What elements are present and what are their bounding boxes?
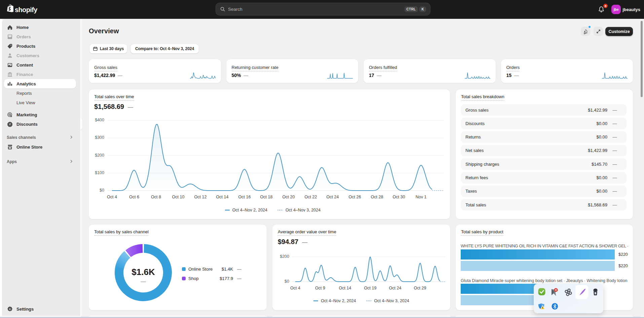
svg-text:shopify: shopify (15, 6, 37, 13)
